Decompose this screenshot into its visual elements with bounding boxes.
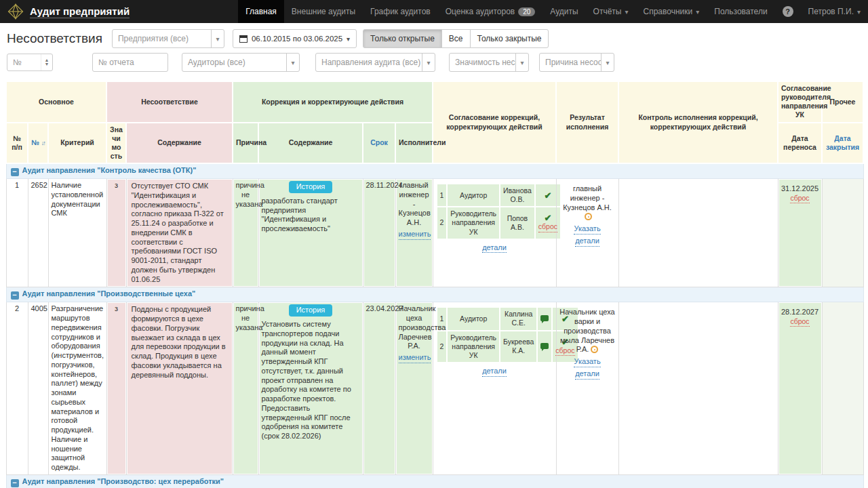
nav-item-spravochniki[interactable]: Справочники▾ <box>636 0 707 23</box>
spinner-arrows-icon[interactable]: ▲▼ <box>41 54 52 70</box>
chevron-down-icon: ▾ <box>857 8 861 16</box>
collapse-icon[interactable]: − <box>11 168 19 176</box>
reset-link[interactable]: сброс <box>555 346 574 356</box>
reason-select[interactable]: Причина несоотв... ▾ <box>539 53 614 72</box>
cell-criterion: Разграничение маршрутов передвижения сот… <box>48 302 106 475</box>
nav-item-vneshnie-audity[interactable]: Внешние аудиты <box>284 0 363 23</box>
status-filter-0[interactable]: Только открытые <box>363 29 442 48</box>
result-executor: главный инженер - Кузнецов А.Н. <box>559 184 616 222</box>
col-header-id[interactable]: № ↓↑ <box>28 123 48 164</box>
auditors-select[interactable]: Аудиторы (все) ▾ <box>182 53 300 72</box>
audit-direction-link[interactable]: Аудит направления "Производственные цеха… <box>22 289 196 298</box>
cell-content: Поддоны с продукцией формируются в цехе … <box>126 302 233 475</box>
user-name: Петров П.И. <box>808 7 854 16</box>
audit-direction-row: −Аудит направления "Производство: цех пе… <box>6 474 863 488</box>
nav-item-grafik-auditov[interactable]: График аудитов <box>363 0 438 23</box>
cell-transfer-date: 28.12.2027сброс <box>778 302 822 475</box>
status-filter-2[interactable]: Только закрытые <box>470 29 549 48</box>
transfer-date-value: 31.12.2025 <box>781 184 819 194</box>
approval-comment-cell <box>537 307 552 330</box>
audit-direction-link[interactable]: Аудит направления "Производство: цех пер… <box>22 477 224 485</box>
enterprises-select[interactable]: Предприятия (все) ▾ <box>112 29 224 48</box>
cell-executors: Начальник цеха производства Ларечнев Р.А… <box>395 302 433 475</box>
table-row: 24005Разграничение маршрутов передвижени… <box>6 302 863 475</box>
details-link[interactable]: детали <box>575 369 599 380</box>
chevron-down-icon: ▾ <box>606 59 609 66</box>
cell-transfer-date: 31.12.2025сброс <box>778 179 822 287</box>
nav-item-otchety[interactable]: Отчёты▾ <box>586 0 636 23</box>
number-stepper[interactable]: № ▲▼ <box>7 54 53 71</box>
details-link[interactable]: детали <box>482 243 507 253</box>
reset-link[interactable]: сброс <box>538 222 557 232</box>
nav-item-label: Аудиты <box>550 7 578 16</box>
group-header-main: Основное <box>6 81 106 123</box>
cell-content: Отсутствует СТО СМК "Идентификация и про… <box>126 179 233 287</box>
directions-select[interactable]: Направления аудита (все) ▾ <box>315 53 435 72</box>
user-menu[interactable]: Петров П.И. ▾ <box>801 0 868 23</box>
set-link[interactable]: Указать <box>574 224 600 235</box>
reset-link[interactable]: сброс <box>790 194 809 203</box>
cell-closing-date <box>822 179 863 287</box>
audit-direction-cell: −Аудит направления "Производственные цех… <box>6 287 863 302</box>
report-number-input[interactable]: № отчета <box>92 53 168 72</box>
group-header-head-approval: Согласование руководителя направления УК <box>778 81 822 123</box>
chevron-down-icon: ▾ <box>347 35 350 43</box>
col-header-deadline[interactable]: Срок <box>363 123 395 164</box>
set-link[interactable]: Указать <box>574 357 600 367</box>
cell-id: 2652 <box>28 179 48 287</box>
cell-criterion: Наличие установленной документации СМК <box>48 179 106 287</box>
nav-item-otsenka-auditorov[interactable]: Оценка аудиторов20 <box>438 0 543 23</box>
cell-significance: з <box>106 179 126 287</box>
group-header-control: Контроль исполнения коррекций, корректир… <box>618 81 778 163</box>
approval-name: Букреева К.А. <box>500 331 537 363</box>
cell-result: Начальник цеха варки и производства мыла… <box>556 302 618 475</box>
cell-action: ИсторияУстановить систему транспортеров … <box>258 302 363 475</box>
logo-icon <box>7 3 24 20</box>
approval-role: Аудитор <box>447 307 500 330</box>
cell-result: главный инженер - Кузнецов А.Н.Указатьде… <box>556 179 618 287</box>
approval-role: Руководитель направления УК <box>447 331 500 363</box>
collapse-icon[interactable]: − <box>11 479 19 487</box>
details-link[interactable]: детали <box>575 237 599 247</box>
reset-link[interactable]: сброс <box>790 317 809 327</box>
significance-select[interactable]: Значимость несо... ▾ <box>449 53 529 72</box>
change-link[interactable]: изменить <box>399 353 431 363</box>
audit-direction-link[interactable]: Аудит направления "Контроль качества (ОТ… <box>22 166 197 174</box>
audit-direction-cell: −Аудит направления "Контроль качества (О… <box>6 163 863 179</box>
cell-approvals: 1АудиторКаплина С.Е.✔2Руководитель напра… <box>433 302 556 475</box>
nav-item-label: Пользователи <box>714 7 767 16</box>
col-header-content: Содержание <box>126 123 233 164</box>
brand[interactable]: Аудит предприятий <box>0 0 136 23</box>
nav-item-polzovateli[interactable]: Пользователи <box>707 0 774 23</box>
comment-icon[interactable] <box>540 315 549 321</box>
date-range-value: 06.10.2015 по 03.06.2025 <box>252 35 342 43</box>
chevron-down-icon: ▾ <box>696 8 699 16</box>
audit-direction-cell: −Аудит направления "Производство: цех пе… <box>6 474 863 488</box>
details-link[interactable]: детали <box>482 367 507 377</box>
nav-item-audity[interactable]: Аудиты <box>542 0 585 23</box>
col-header-closing-date[interactable]: Дата закрытия <box>822 123 863 164</box>
help-button[interactable]: ? <box>775 0 801 23</box>
comment-icon[interactable] <box>540 343 549 349</box>
approval-name: Попов А.В. <box>500 207 535 239</box>
date-range-button[interactable]: 06.10.2015 по 03.06.2025 ▾ <box>233 29 357 48</box>
cell-deadline: 23.04.2027 <box>363 302 395 475</box>
cell-significance: з <box>106 302 126 475</box>
collapse-icon[interactable]: − <box>11 291 19 300</box>
page-title: Несоответствия <box>7 31 102 46</box>
audit-direction-row: −Аудит направления "Производственные цех… <box>6 287 863 302</box>
history-button[interactable]: История <box>289 304 333 317</box>
status-filter-1[interactable]: Все <box>441 29 471 48</box>
top-navbar: Аудит предприятий ГлавнаяВнешние аудитыГ… <box>0 0 868 23</box>
nav-item-label: Справочники <box>644 7 693 16</box>
nav-item-glavnaya[interactable]: Главная <box>238 0 284 23</box>
history-button[interactable]: История <box>289 181 333 193</box>
table-row: 12652Наличие установленной документации … <box>6 179 863 287</box>
approval-index: 2 <box>437 207 448 239</box>
nav-item-label: Оценка аудиторов <box>446 7 515 16</box>
cell-closing-date <box>822 302 863 475</box>
chevron-down-icon: ▾ <box>291 59 294 66</box>
change-link[interactable]: изменить <box>399 230 431 240</box>
audit-direction-row: −Аудит направления "Контроль качества (О… <box>6 163 863 179</box>
reason-placeholder: Причина несоотв... <box>540 58 601 67</box>
